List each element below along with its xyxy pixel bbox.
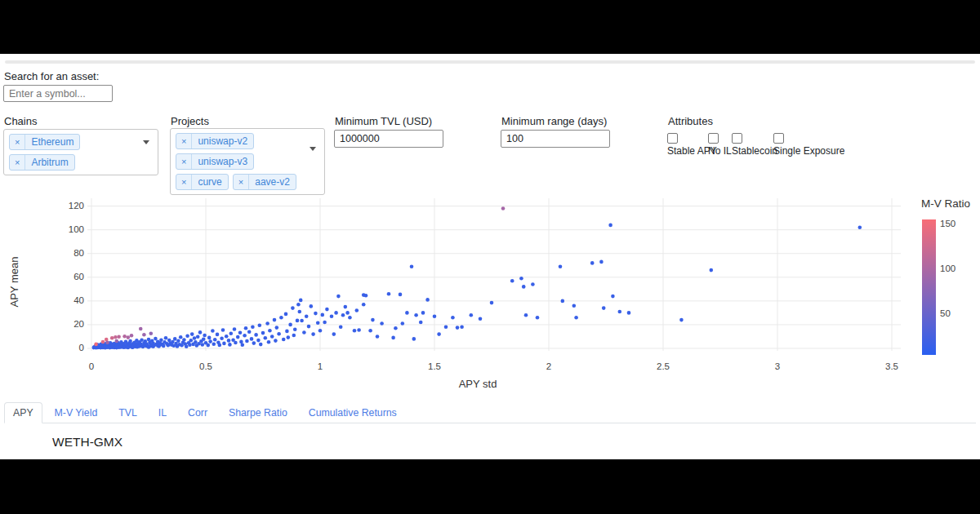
data-point[interactable] bbox=[298, 310, 302, 314]
data-point[interactable] bbox=[394, 326, 398, 330]
data-point[interactable] bbox=[196, 335, 200, 339]
data-point[interactable] bbox=[288, 323, 292, 327]
data-point[interactable] bbox=[198, 330, 203, 335]
data-point[interactable] bbox=[479, 317, 483, 321]
data-point[interactable] bbox=[130, 334, 134, 338]
data-point[interactable] bbox=[334, 311, 338, 315]
min-range-input[interactable] bbox=[501, 130, 610, 148]
data-point[interactable] bbox=[296, 319, 300, 323]
data-point[interactable] bbox=[608, 224, 612, 228]
data-point[interactable] bbox=[94, 343, 98, 347]
data-point[interactable] bbox=[254, 333, 258, 337]
data-point[interactable] bbox=[142, 333, 146, 337]
data-point[interactable] bbox=[234, 341, 238, 345]
search-input[interactable] bbox=[3, 85, 113, 102]
data-point[interactable] bbox=[401, 321, 405, 326]
data-point[interactable] bbox=[293, 328, 297, 332]
data-point[interactable] bbox=[176, 339, 180, 343]
projects-multiselect[interactable]: ×uniswap-v2×uniswap-v3×curve×aave-v2 bbox=[170, 128, 325, 195]
data-point[interactable] bbox=[277, 332, 281, 336]
data-point[interactable] bbox=[164, 336, 168, 340]
data-point[interactable] bbox=[114, 335, 118, 339]
attribute-checkbox-single-exposure[interactable] bbox=[773, 133, 784, 144]
data-point[interactable] bbox=[189, 339, 194, 343]
tab-tvl[interactable]: TVL bbox=[109, 402, 146, 423]
data-point[interactable] bbox=[627, 311, 631, 315]
data-point[interactable] bbox=[572, 304, 577, 308]
data-point[interactable] bbox=[251, 326, 255, 330]
data-point[interactable] bbox=[321, 313, 325, 317]
data-point[interactable] bbox=[247, 330, 252, 334]
chevron-down-icon[interactable] bbox=[143, 140, 149, 144]
data-point[interactable] bbox=[171, 340, 175, 344]
data-point[interactable] bbox=[265, 321, 270, 326]
data-point[interactable] bbox=[287, 335, 291, 339]
data-point[interactable] bbox=[599, 260, 604, 264]
data-point[interactable] bbox=[122, 335, 127, 339]
data-point[interactable] bbox=[250, 337, 254, 341]
data-point[interactable] bbox=[425, 298, 430, 302]
data-point[interactable] bbox=[524, 313, 528, 317]
data-point[interactable] bbox=[618, 310, 622, 314]
data-point[interactable] bbox=[318, 329, 323, 333]
data-point[interactable] bbox=[300, 319, 304, 323]
data-point[interactable] bbox=[229, 331, 234, 335]
data-point[interactable] bbox=[225, 335, 229, 339]
data-point[interactable] bbox=[364, 294, 368, 298]
data-point[interactable] bbox=[185, 334, 189, 338]
data-point[interactable] bbox=[307, 325, 311, 329]
data-point[interactable] bbox=[296, 303, 301, 307]
data-point[interactable] bbox=[216, 333, 220, 337]
data-point[interactable] bbox=[353, 329, 357, 333]
data-point[interactable] bbox=[140, 338, 144, 342]
data-point[interactable] bbox=[244, 326, 248, 330]
tag-remove-icon[interactable]: × bbox=[176, 154, 192, 169]
tab-apy[interactable]: APY bbox=[4, 402, 42, 423]
data-point[interactable] bbox=[344, 305, 348, 309]
data-point[interactable] bbox=[139, 327, 143, 331]
data-point[interactable] bbox=[387, 292, 391, 296]
data-point[interactable] bbox=[330, 315, 334, 319]
data-point[interactable] bbox=[207, 343, 211, 348]
data-point[interactable] bbox=[451, 316, 455, 320]
data-point[interactable] bbox=[268, 329, 272, 333]
horizontal-scrollbar[interactable] bbox=[5, 60, 975, 64]
data-point[interactable] bbox=[236, 335, 240, 339]
scatter-plot[interactable]: APY mean APY std M-V Ratio 0204060801001… bbox=[0, 188, 980, 396]
data-point[interactable] bbox=[460, 326, 464, 330]
data-point[interactable] bbox=[227, 339, 231, 343]
chevron-down-icon[interactable] bbox=[310, 147, 316, 151]
data-point[interactable] bbox=[291, 306, 295, 310]
data-point[interactable] bbox=[302, 330, 306, 335]
data-point[interactable] bbox=[282, 338, 286, 342]
tab-m-v-yield[interactable]: M-V Yield bbox=[46, 402, 107, 423]
data-point[interactable] bbox=[679, 318, 684, 322]
data-point[interactable] bbox=[371, 318, 375, 322]
data-point[interactable] bbox=[490, 301, 494, 305]
data-point[interactable] bbox=[185, 345, 189, 349]
data-point[interactable] bbox=[211, 329, 215, 333]
data-point[interactable] bbox=[201, 343, 205, 347]
data-point[interactable] bbox=[325, 308, 329, 312]
data-point[interactable] bbox=[292, 334, 296, 338]
data-point[interactable] bbox=[233, 327, 237, 331]
data-point[interactable] bbox=[208, 339, 212, 343]
data-point[interactable] bbox=[602, 306, 606, 310]
tab-il[interactable]: IL bbox=[149, 402, 176, 423]
chains-multiselect[interactable]: ×Ethereum×Arbitrum bbox=[3, 129, 158, 175]
data-point[interactable] bbox=[357, 328, 361, 332]
data-point[interactable] bbox=[536, 316, 540, 320]
data-point[interactable] bbox=[410, 264, 414, 268]
data-point[interactable] bbox=[127, 335, 131, 339]
data-point[interactable] bbox=[258, 323, 262, 327]
data-point[interactable] bbox=[376, 335, 380, 339]
data-point[interactable] bbox=[611, 295, 615, 299]
data-point[interactable] bbox=[173, 337, 177, 341]
data-point[interactable] bbox=[561, 299, 565, 304]
data-point[interactable] bbox=[238, 331, 243, 335]
data-point[interactable] bbox=[275, 326, 279, 330]
data-point[interactable] bbox=[162, 344, 166, 348]
data-point[interactable] bbox=[115, 339, 119, 343]
data-point[interactable] bbox=[332, 332, 336, 336]
data-point[interactable] bbox=[323, 321, 327, 325]
